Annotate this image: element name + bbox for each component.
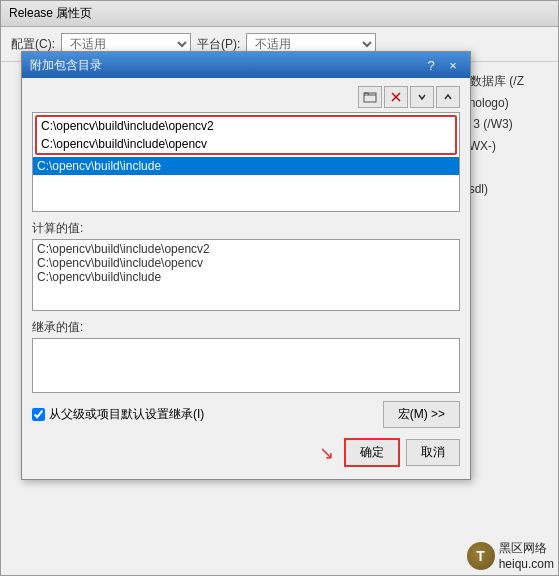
add-folder-button[interactable] [358, 86, 382, 108]
list-item[interactable]: C:\opencv\build\include\opencv2 [37, 117, 455, 135]
dialog-body: C:\opencv\build\include\opencv2 C:\openc… [22, 78, 470, 479]
calc-line-3: C:\opencv\build\include [37, 270, 455, 284]
watermark-logo-text: T [476, 548, 485, 564]
calc-label: 计算的值: [32, 220, 460, 237]
list-item-selected[interactable]: C:\opencv\build\include [33, 157, 459, 175]
dialog-title: 附加包含目录 [30, 57, 102, 74]
inherit-box [32, 338, 460, 393]
watermark-logo: T [467, 542, 495, 570]
help-button[interactable]: ? [422, 56, 440, 74]
svg-rect-0 [364, 93, 376, 102]
watermark-site: 黑区网络 [499, 540, 554, 557]
list-item[interactable]: C:\opencv\build\include\opencv [37, 135, 455, 153]
checkbox-row: 从父级或项目默认设置继承(I) [32, 406, 204, 423]
inherit-checkbox-label: 从父级或项目默认设置继承(I) [49, 406, 204, 423]
include-list[interactable]: C:\opencv\build\include\opencv2 C:\openc… [32, 112, 460, 212]
ok-button[interactable]: 确定 [344, 438, 400, 467]
watermark-text: 黑区网络 heiqu.com [499, 540, 554, 571]
page-title: Release 属性页 [9, 5, 92, 22]
config-label: 配置(C): [11, 36, 55, 53]
arrow-icon: ↘ [319, 442, 334, 464]
dialog-title-bar: 附加包含目录 ? × [22, 52, 470, 78]
inherit-checkbox[interactable] [32, 408, 45, 421]
move-up-button[interactable] [436, 86, 460, 108]
inherit-label: 继承的值: [32, 319, 460, 336]
toolbar-row [32, 86, 460, 108]
macro-button[interactable]: 宏(M) >> [383, 401, 460, 428]
calc-line-2: C:\opencv\build\include\opencv [37, 256, 455, 270]
property-header: Release 属性页 [1, 1, 558, 27]
calc-box: C:\opencv\build\include\opencv2 C:\openc… [32, 239, 460, 311]
up-arrow-icon [443, 92, 453, 102]
bottom-row: 从父级或项目默认设置继承(I) 宏(M) >> [32, 401, 460, 432]
include-dirs-dialog: 附加包含目录 ? × [21, 51, 471, 480]
close-button[interactable]: × [444, 56, 462, 74]
outlined-group: C:\opencv\build\include\opencv2 C:\openc… [35, 115, 457, 155]
down-arrow-icon [417, 92, 427, 102]
dialog-title-controls: ? × [422, 56, 462, 74]
property-page: Release 属性页 配置(C): 不适用 平台(P): 不适用 程序数据库 … [0, 0, 559, 576]
ok-cancel-row: ↘ 确定 取消 [32, 438, 460, 471]
delete-icon [390, 91, 402, 103]
calc-line-1: C:\opencv\build\include\opencv2 [37, 242, 455, 256]
add-folder-icon [363, 90, 377, 104]
platform-label: 平台(P): [197, 36, 240, 53]
cancel-button[interactable]: 取消 [406, 439, 460, 466]
move-down-button[interactable] [410, 86, 434, 108]
watermark-domain: heiqu.com [499, 557, 554, 571]
delete-button[interactable] [384, 86, 408, 108]
watermark: T 黑区网络 heiqu.com [467, 540, 554, 571]
